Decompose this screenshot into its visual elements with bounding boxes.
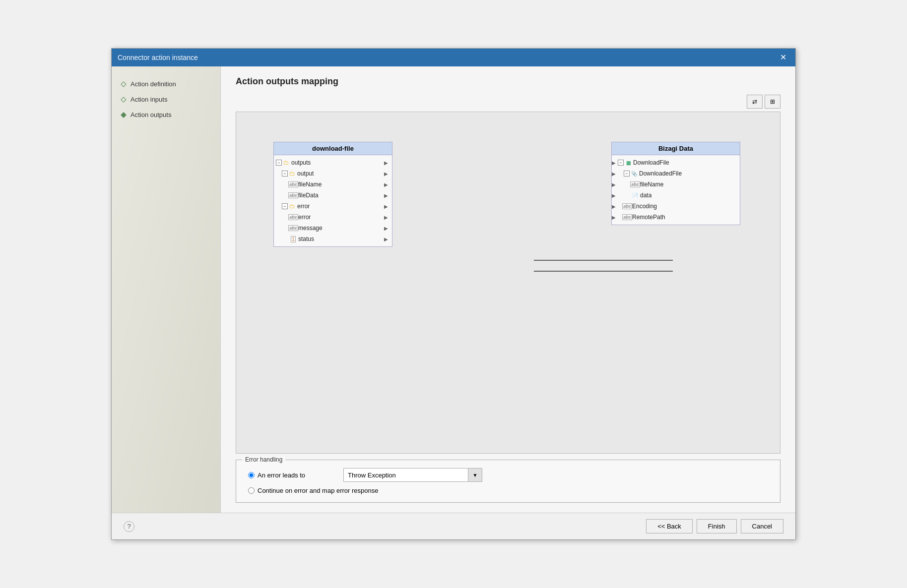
node-label: fileData <box>298 192 319 199</box>
tree-row: ▶ − ▦ DownloadFile <box>612 157 740 168</box>
table-icon: ▦ <box>625 159 632 166</box>
abc-icon: abc <box>632 181 639 188</box>
expand-icon[interactable]: − <box>282 203 288 209</box>
cancel-button[interactable]: Cancel <box>741 519 783 533</box>
expand-icon[interactable]: − <box>624 171 630 176</box>
sidebar-label-action-inputs: Action inputs <box>130 96 167 103</box>
dropdown-value: Throw Exception <box>344 471 468 479</box>
right-panel: Bizagi Data ▶ − ▦ DownloadFile <box>611 142 740 225</box>
sidebar: Action definition Action inputs Action o… <box>112 66 221 513</box>
right-panel-body: ▶ − ▦ DownloadFile ▶ − 📎 <box>612 155 740 225</box>
footer: ? << Back Finish Cancel <box>112 513 795 539</box>
error-option-1-text: An error leads to <box>258 471 305 479</box>
tree-row: ▶ abc RemotePath <box>612 212 740 223</box>
folder-icon: 🗀 <box>289 203 296 210</box>
back-button[interactable]: << Back <box>646 519 693 533</box>
layout-icon-1: ⇄ <box>752 98 757 105</box>
tree-row: abc message ▶ <box>274 223 392 234</box>
left-panel: download-file − 🗀 outputs ▶ <box>273 142 392 247</box>
error-option-2-text: Continue on error and map error response <box>258 487 379 494</box>
sidebar-diamond-2 <box>121 97 126 102</box>
expand-icon[interactable]: − <box>618 160 624 166</box>
node-label: error <box>297 203 310 210</box>
clip-icon: 📎 <box>631 170 638 177</box>
node-label: RemotePath <box>632 214 665 221</box>
arrow-right-icon: ▶ <box>382 204 390 209</box>
sidebar-label-action-definition: Action definition <box>130 80 176 88</box>
dialog-body: Action definition Action inputs Action o… <box>112 66 795 513</box>
arrow-right-icon: ▶ <box>382 171 390 176</box>
node-label: fileName <box>640 181 663 188</box>
abc-icon: abc <box>290 225 297 232</box>
arrow-left-icon: ▶ <box>612 193 616 198</box>
error-handling-legend: Error handling <box>242 456 285 463</box>
node-label: outputs <box>291 159 311 166</box>
arrow-right-icon: ▶ <box>382 160 390 166</box>
sidebar-diamond-3 <box>121 112 126 118</box>
layout-btn-1[interactable]: ⇄ <box>747 95 763 109</box>
arrow-right-icon: ▶ <box>382 193 390 198</box>
node-label: DownloadedFile <box>639 170 682 177</box>
abc-icon: abc <box>624 203 631 210</box>
sidebar-item-action-outputs[interactable]: Action outputs <box>112 107 220 122</box>
sidebar-item-action-inputs[interactable]: Action inputs <box>112 92 220 107</box>
expand-icon[interactable]: − <box>282 171 288 176</box>
close-button[interactable]: ✕ <box>777 53 789 62</box>
right-panel-title: Bizagi Data <box>612 142 740 155</box>
dialog-title: Connector action instance <box>118 54 198 61</box>
finish-button[interactable]: Finish <box>697 519 737 533</box>
left-panel-body: − 🗀 outputs ▶ − <box>274 155 392 246</box>
error-handling-section: Error handling An error leads to Throw E… <box>236 460 780 503</box>
abc-icon: abc <box>290 214 297 221</box>
arrow-left-icon: ▶ <box>612 160 616 166</box>
doc-icon: 📄 <box>632 192 639 199</box>
node-label: Encoding <box>632 203 657 210</box>
arrow-left-icon: ▶ <box>612 215 616 220</box>
title-bar: Connector action instance ✕ <box>112 49 795 66</box>
tree-row: abc fileData ▶ <box>274 190 392 201</box>
tree-row: abc fileName ▶ <box>274 179 392 190</box>
footer-buttons: << Back Finish Cancel <box>646 519 783 533</box>
sidebar-item-action-definition[interactable]: Action definition <box>112 76 220 92</box>
abc-icon: abc <box>290 192 297 199</box>
sidebar-diamond-1 <box>121 81 126 87</box>
expand-icon[interactable]: − <box>276 160 282 166</box>
node-label: output <box>297 170 314 177</box>
page-title: Action outputs mapping <box>236 76 780 87</box>
tree-row: ▶ abc Encoding <box>612 201 740 212</box>
error-option-2-radio[interactable] <box>248 487 255 494</box>
tree-row: − 🗀 output ▶ <box>274 168 392 179</box>
node-label: data <box>640 192 651 199</box>
folder-icon: 🗀 <box>289 170 296 177</box>
mapping-inner: download-file − 🗀 outputs ▶ <box>236 112 780 453</box>
folder-icon: 🗀 <box>283 159 290 166</box>
node-label: status <box>298 235 314 242</box>
error-option-2-label[interactable]: Continue on error and map error response <box>248 487 379 494</box>
sidebar-label-action-outputs: Action outputs <box>130 111 171 118</box>
arrow-left-icon: ▶ <box>612 182 616 187</box>
tree-row: ▶ 📄 data <box>612 190 740 201</box>
tree-row: 1 status ▶ <box>274 234 392 244</box>
abc-icon: abc <box>624 214 631 221</box>
arrow-right-icon: ▶ <box>382 182 390 187</box>
node-label: DownloadFile <box>633 159 669 166</box>
tree-row: ▶ abc fileName <box>612 179 740 190</box>
help-button[interactable]: ? <box>124 521 134 532</box>
throw-exception-dropdown[interactable]: Throw Exception ▼ <box>343 468 482 482</box>
arrow-left-icon: ▶ <box>612 204 616 209</box>
main-content: Action outputs mapping ⇄ ⊞ <box>221 66 795 513</box>
layout-icon-2: ⊞ <box>770 98 775 105</box>
error-option-1-radio[interactable] <box>248 472 255 478</box>
arrow-right-icon: ▶ <box>382 236 390 242</box>
left-panel-title: download-file <box>274 142 392 155</box>
abc-icon: abc <box>290 181 297 188</box>
mapping-canvas: download-file − 🗀 outputs ▶ <box>236 112 780 454</box>
dropdown-arrow-icon[interactable]: ▼ <box>468 469 482 481</box>
error-option-1-label[interactable]: An error leads to <box>248 471 337 479</box>
layout-btn-2[interactable]: ⊞ <box>765 95 780 109</box>
node-label: message <box>298 225 323 232</box>
toolbar-row: ⇄ ⊞ <box>236 95 780 109</box>
num-icon: 1 <box>290 235 297 242</box>
tree-row: ▶ − 📎 DownloadedFile <box>612 168 740 179</box>
arrow-right-icon: ▶ <box>382 215 390 220</box>
